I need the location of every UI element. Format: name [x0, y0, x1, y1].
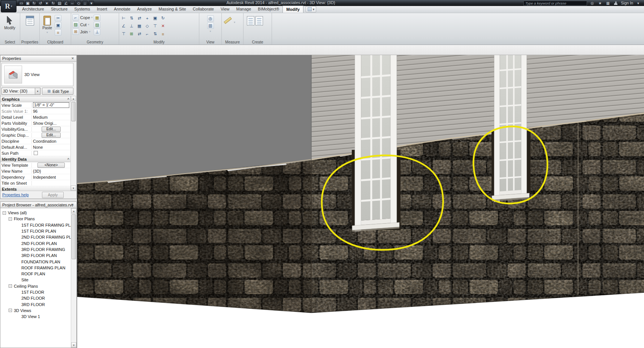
- create-group-icon[interactable]: [247, 16, 254, 25]
- tree-item-view[interactable]: 3RD FLOOR PLAN: [0, 252, 71, 258]
- view-scale-value[interactable]: 1/8" = 1'-0": [33, 102, 69, 108]
- scroll-down-icon[interactable]: ▼: [71, 185, 76, 191]
- scroll-up-icon[interactable]: ▲: [71, 96, 76, 101]
- tree-item-view[interactable]: ROOF PLAN: [0, 271, 71, 277]
- delete-icon[interactable]: ✕: [160, 23, 166, 29]
- property-row[interactable]: Dependency Independent: [0, 174, 70, 180]
- property-row[interactable]: Title on Sheet: [0, 180, 70, 186]
- property-row[interactable]: Scale Value 1: 96: [0, 108, 70, 114]
- tab-analyze[interactable]: Analyze: [134, 6, 155, 13]
- section-header-extents[interactable]: Extents: [0, 186, 70, 191]
- view-template-button[interactable]: <None>: [37, 163, 65, 168]
- project-browser-close-icon[interactable]: ✕: [70, 202, 75, 208]
- tab-architecture[interactable]: Architecture: [19, 6, 48, 13]
- tree-item-floor-plans[interactable]: −Floor Plans: [0, 216, 71, 222]
- collapse-section-icon[interactable]: ^: [67, 97, 69, 101]
- trim-extend-icon[interactable]: ∠: [120, 23, 127, 29]
- collapse-box-icon[interactable]: −: [9, 217, 12, 221]
- tree-item-view[interactable]: 3RD FLOOR: [0, 301, 71, 307]
- print-icon[interactable]: ▤: [57, 1, 62, 6]
- property-row[interactable]: Parts Visibility Show Origi...: [0, 120, 70, 126]
- modify-tool-button[interactable]: Modify: [1, 14, 18, 39]
- tree-item-view[interactable]: 3RD FLOOR FRAMING: [0, 246, 71, 252]
- panel-label-geometry[interactable]: Geometry: [71, 40, 119, 45]
- help-search-input[interactable]: Type a keyword or phrase: [523, 1, 587, 6]
- match-type-icon[interactable]: ≡: [55, 29, 61, 36]
- tag-icon[interactable]: ◇: [76, 1, 81, 6]
- tab-systems[interactable]: Systems: [71, 6, 93, 13]
- section-header-graphics[interactable]: Graphics ^: [0, 96, 70, 102]
- apply-button[interactable]: Apply: [42, 192, 64, 198]
- tab-insert[interactable]: Insert: [94, 6, 111, 13]
- visibility-edit-button[interactable]: Edit...: [42, 127, 61, 132]
- panel-label-create[interactable]: Create: [244, 40, 272, 45]
- unpin-icon[interactable]: ⊤: [120, 31, 127, 37]
- tree-item-view[interactable]: FOUNDATION PLAN: [0, 258, 71, 264]
- properties-close-icon[interactable]: ✕: [70, 56, 75, 61]
- scale-icon[interactable]: ◇: [144, 23, 151, 29]
- cut-button[interactable]: ▨ Cut ▾: [72, 21, 93, 28]
- collapse-box-icon[interactable]: −: [9, 284, 12, 288]
- tab-collaborate[interactable]: Collaborate: [190, 6, 217, 13]
- measure-caret-icon[interactable]: ▾: [234, 21, 235, 24]
- scroll-down-icon[interactable]: ▼: [71, 342, 76, 348]
- rotate-icon[interactable]: ↻: [160, 15, 166, 21]
- undo-dropdown-icon[interactable]: ▾: [44, 1, 49, 6]
- application-menu-button[interactable]: R ▾: [1, 0, 16, 12]
- beam-joins-icon[interactable]: ▦: [94, 15, 100, 21]
- property-row[interactable]: Default Anal... None: [0, 144, 70, 150]
- person-icon[interactable]: [613, 1, 619, 6]
- demolish-icon[interactable]: ⊥: [94, 29, 100, 35]
- tab-modify[interactable]: Modify: [282, 6, 303, 13]
- view-more-caret-icon[interactable]: ▾: [209, 30, 211, 33]
- tree-item-3d-views[interactable]: −3D Views: [0, 308, 71, 314]
- tree-item-view[interactable]: 3D View 1: [0, 314, 71, 320]
- properties-palette-header[interactable]: Properties ✕: [0, 55, 76, 62]
- copy-icon[interactable]: ▣: [152, 15, 158, 21]
- scrollbar-thumb[interactable]: [71, 102, 76, 121]
- tree-item-ceiling-plans[interactable]: −Ceiling Plans: [0, 283, 71, 289]
- tree-item-view[interactable]: 1ST FLOOR FRAMING PLA: [0, 222, 71, 228]
- align-icon[interactable]: ⊢: [120, 15, 127, 21]
- panel-label-view[interactable]: View: [199, 40, 221, 45]
- split-icon[interactable]: ⊥: [128, 23, 135, 29]
- default-3d-view-icon[interactable]: ⌂: [82, 1, 88, 6]
- paste-button[interactable]: Paste ▾: [41, 14, 54, 39]
- sync-icon[interactable]: ↻: [31, 1, 37, 6]
- properties-help-link[interactable]: Properties help: [2, 193, 29, 197]
- tree-item-view[interactable]: 1ST FLOOR: [0, 289, 71, 295]
- paint-icon[interactable]: ▨: [94, 22, 100, 28]
- tab-massing-site[interactable]: Massing & Site: [155, 6, 189, 13]
- wall-joins-icon[interactable]: ⊞: [128, 31, 135, 37]
- cut-to-clipboard-icon[interactable]: ✂: [55, 15, 61, 21]
- tree-item-views-all[interactable]: −Views (all): [0, 210, 71, 216]
- create-similar-icon[interactable]: [256, 16, 263, 25]
- properties-toggle-button[interactable]: [21, 14, 39, 39]
- property-row[interactable]: Graphic Disp... Edit...: [0, 132, 70, 138]
- trim-corner-icon[interactable]: ⌐: [144, 31, 151, 37]
- project-browser-scrollbar[interactable]: ▲ ▼: [71, 208, 76, 348]
- type-selector[interactable]: 3D View: [1, 63, 73, 86]
- edit-type-button[interactable]: ⊞ Edit Type: [42, 88, 73, 95]
- mirror-icon[interactable]: ⇄: [136, 15, 143, 21]
- tab-manage[interactable]: Manage: [233, 6, 255, 13]
- instance-selector-combo[interactable]: 3D View: {3D} ▾: [1, 88, 40, 95]
- subscription-icon[interactable]: ★: [597, 1, 603, 6]
- tree-item-view[interactable]: ROOF FRAMING PLAN: [0, 265, 71, 271]
- aligned-dimension-icon[interactable]: ⇔: [70, 1, 75, 6]
- sign-in-dropdown-icon[interactable]: ▾: [635, 1, 641, 6]
- property-row[interactable]: View Name {3D}: [0, 168, 70, 174]
- property-row[interactable]: Sun Path: [0, 150, 70, 156]
- scroll-up-icon[interactable]: ▲: [71, 208, 76, 214]
- tree-item-view[interactable]: 2ND FLOOR: [0, 295, 71, 301]
- collapse-box-icon[interactable]: −: [3, 211, 6, 215]
- search-go-icon[interactable]: ◎: [589, 1, 595, 6]
- graphic-display-edit-button[interactable]: Edit...: [42, 133, 61, 138]
- tree-item-view[interactable]: 2ND FLOOR PLAN: [0, 240, 71, 246]
- join-button[interactable]: ⊞ Join ▾: [72, 28, 93, 35]
- panel-label-modify[interactable]: Modify: [119, 40, 199, 45]
- exchange-apps-icon[interactable]: ▦: [605, 1, 611, 6]
- collapse-section-icon[interactable]: ^: [67, 157, 69, 161]
- tab-annotate[interactable]: Annotate: [111, 6, 134, 13]
- offset-copy-icon[interactable]: ⇅: [152, 31, 158, 37]
